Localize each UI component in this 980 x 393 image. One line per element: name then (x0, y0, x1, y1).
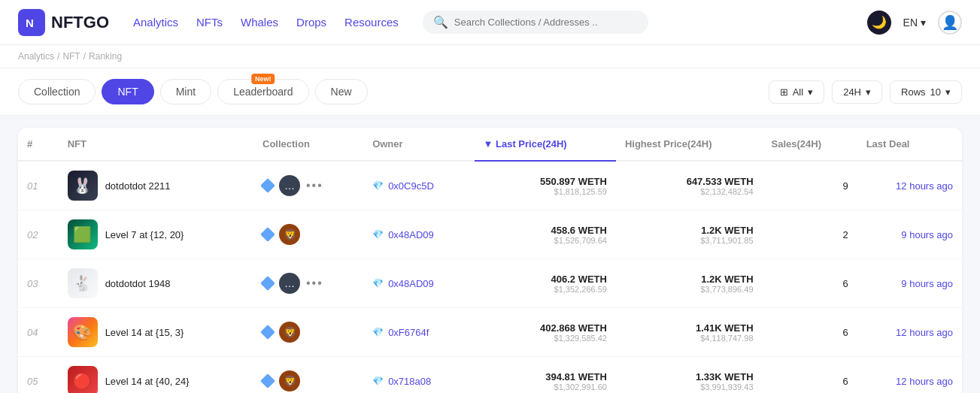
chevron-down-icon: ▾ (945, 86, 951, 98)
tab-bar: Collection NFT Mint New! Leaderboard New… (0, 68, 980, 116)
last-deal-cell: 12 hours ago (857, 308, 962, 357)
collection-avatar: … (279, 273, 300, 294)
collection-cell: 🦁 (253, 308, 363, 357)
leaderboard-tab[interactable]: New! Leaderboard (217, 79, 308, 104)
owner-cell: 💎 0x48AD09 (363, 210, 474, 259)
highest-price-weth: 1.2K WETH (625, 274, 754, 285)
owner-address[interactable]: 0x48AD09 (388, 229, 434, 240)
col-header-highest-price[interactable]: Highest Price(24H) (616, 128, 763, 161)
more-options[interactable]: ••• (306, 179, 323, 192)
nft-table: # NFT Collection Owner ▼ Last Price(24H)… (18, 128, 962, 393)
tab-controls: ⊞ All ▾ 24H ▾ Rows 10 ▾ (769, 80, 962, 104)
nav-analytics[interactable]: Analytics (133, 16, 178, 29)
navbar: N NFTGO Analytics NFTs Whales Drops Reso… (0, 0, 980, 45)
row-num: 04 (18, 308, 59, 357)
owner-address[interactable]: 0x48AD09 (388, 278, 434, 289)
highest-price-usd: $3,711,901.85 (625, 236, 754, 245)
collection-tab[interactable]: Collection (18, 79, 96, 104)
nav-nfts[interactable]: NFTs (196, 16, 223, 29)
chevron-down-icon: ▾ (808, 86, 813, 98)
nav-resources[interactable]: Resources (344, 16, 399, 29)
logo-icon: N (18, 9, 45, 36)
last-deal-cell: 12 hours ago (857, 161, 962, 210)
nft-thumbnail: 🎨 (68, 317, 98, 347)
language-selector[interactable]: EN ▾ (903, 17, 926, 29)
owner-icon: 💎 (372, 278, 384, 289)
chevron-down-icon: ▾ (921, 17, 926, 29)
highest-price-usd: $2,132,482.54 (625, 187, 754, 196)
grid-icon: ⊞ (780, 86, 788, 98)
table-row: 01 🐰 dotdotdot 2211 … ••• 💎 0x0C9c5D 5 (18, 161, 962, 210)
diamond-icon (260, 276, 275, 291)
nft-name: dotdotdot 1948 (105, 278, 171, 289)
last-price-usd: $1,818,125.59 (484, 187, 607, 196)
filter-label: All (793, 86, 803, 98)
highest-price-usd: $4,118,747.98 (625, 334, 754, 343)
nft-tab[interactable]: NFT (102, 79, 153, 104)
highest-price-usd: $3,773,896.49 (625, 285, 754, 294)
last-deal-time: 9 hours ago (866, 229, 953, 240)
owner-address[interactable]: 0x0C9c5D (388, 180, 434, 192)
time-filter-button[interactable]: 24H ▾ (832, 80, 882, 104)
diamond-icon (260, 227, 275, 242)
col-header-collection: Collection (253, 128, 363, 161)
owner-cell: 💎 0x48AD09 (363, 259, 474, 308)
highest-price-weth: 647.533 WETH (625, 176, 754, 187)
col-header-nft: NFT (59, 128, 253, 161)
row-num: 02 (18, 210, 59, 259)
collection-cell: … ••• (253, 161, 363, 210)
nav-whales[interactable]: Whales (241, 16, 278, 29)
col-header-last-price[interactable]: ▼ Last Price(24H) (475, 128, 616, 161)
owner-address[interactable]: 0xF6764f (388, 327, 429, 338)
last-price-weth: 550.897 WETH (484, 176, 607, 187)
last-price-cell: 406.2 WETH $1,352,266.59 (475, 259, 616, 308)
collection-cell: … ••• (253, 259, 363, 308)
last-deal-time: 9 hours ago (866, 278, 953, 289)
more-options[interactable]: ••• (306, 277, 323, 290)
search-input[interactable] (454, 17, 638, 28)
highest-price-weth: 1.41K WETH (625, 322, 754, 334)
rows-value: 10 (930, 86, 941, 98)
filter-all-button[interactable]: ⊞ All ▾ (769, 80, 824, 104)
sales-cell: 6 (763, 357, 857, 394)
collection-avatar: 🦁 (279, 322, 300, 343)
last-price-cell: 402.868 WETH $1,329,585.42 (475, 308, 616, 357)
sales-cell: 6 (763, 308, 857, 357)
sales-value: 6 (772, 327, 848, 338)
last-deal-cell: 9 hours ago (857, 210, 962, 259)
table-row: 04 🎨 Level 14 at {15, 3} 🦁 💎 0xF6764f (18, 308, 962, 357)
nft-name: Level 7 at {12, 20} (105, 229, 184, 240)
highest-price-cell: 647.533 WETH $2,132,482.54 (616, 161, 763, 210)
highest-price-cell: 1.33K WETH $3,991,939.43 (616, 357, 763, 394)
collection-avatar: 🦁 (279, 224, 300, 245)
last-deal-time: 12 hours ago (866, 180, 953, 192)
lang-label: EN (903, 17, 918, 29)
nav-drops[interactable]: Drops (296, 16, 326, 29)
mint-tab[interactable]: Mint (160, 79, 211, 104)
last-price-cell: 458.6 WETH $1,526,709.64 (475, 210, 616, 259)
nft-cell: 🟩 Level 7 at {12, 20} (59, 210, 253, 259)
sales-cell: 9 (763, 161, 857, 210)
rows-button[interactable]: Rows 10 ▾ (890, 80, 962, 104)
search-bar: 🔍 (423, 11, 648, 34)
theme-toggle-button[interactable]: 🌙 (867, 11, 891, 35)
nft-thumbnail: 🟩 (68, 219, 98, 249)
logo-text: NFTGO (51, 13, 109, 32)
owner-icon: 💎 (372, 376, 384, 386)
col-header-last-deal[interactable]: Last Deal (857, 128, 962, 161)
owner-icon: 💎 (372, 180, 384, 191)
last-deal-time: 12 hours ago (866, 376, 953, 387)
col-header-sales[interactable]: Sales(24H) (763, 128, 857, 161)
logo[interactable]: N NFTGO (18, 9, 109, 36)
new-tab[interactable]: New (315, 79, 368, 104)
chevron-down-icon: ▾ (866, 86, 871, 98)
owner-address[interactable]: 0x718a08 (388, 376, 431, 387)
last-deal-cell: 12 hours ago (857, 357, 962, 394)
highest-price-weth: 1.2K WETH (625, 225, 754, 236)
moon-icon: 🌙 (872, 15, 887, 29)
owner-cell: 💎 0x718a08 (363, 357, 474, 394)
nft-thumbnail: 🐇 (68, 268, 98, 298)
time-label: 24H (843, 86, 861, 98)
user-account-button[interactable]: 👤 (938, 11, 962, 35)
nft-cell: 🐰 dotdotdot 2211 (59, 161, 253, 210)
